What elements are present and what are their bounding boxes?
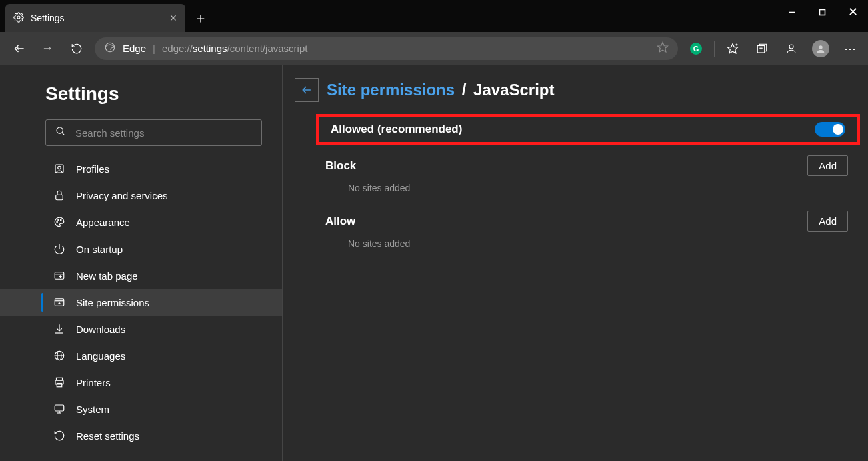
sidebar-item-label: Privacy and services [76, 190, 168, 201]
profile-icon-2[interactable] [780, 37, 803, 60]
tab-title: Settings [31, 13, 65, 23]
maximize-button[interactable] [807, 0, 837, 24]
globe-icon [53, 350, 65, 362]
svg-line-15 [62, 133, 64, 135]
power-icon [53, 243, 65, 255]
reset-icon [53, 430, 65, 442]
breadcrumb-parent-link[interactable]: Site permissions [327, 81, 455, 99]
svg-point-20 [58, 219, 59, 221]
tab-bar: Settings ✕ ＋ ✕ [0, 0, 868, 32]
printer-icon [53, 376, 65, 388]
refresh-button[interactable] [65, 37, 88, 60]
settings-search[interactable] [45, 119, 262, 146]
sidebar-item-label: Profiles [76, 163, 109, 175]
window-controls: ✕ [776, 0, 868, 24]
forward-button[interactable]: → [36, 37, 59, 60]
svg-point-13 [819, 45, 822, 49]
sidebar-item-globe[interactable]: Languages [0, 342, 282, 369]
section-header-block: BlockAdd [325, 155, 848, 176]
sidebar-item-label: On startup [76, 244, 123, 255]
breadcrumb-row: Site permissions / JavaScript [283, 78, 868, 102]
allowed-toggle-row: Allowed (recommended) [316, 114, 860, 145]
settings-nav: ProfilesPrivacy and servicesAppearanceOn… [0, 155, 282, 449]
sidebar-item-printer[interactable]: Printers [0, 369, 282, 396]
browser-tab[interactable]: Settings ✕ [5, 4, 185, 32]
svg-rect-38 [57, 384, 62, 387]
sidebar-item-label: Reset settings [76, 430, 139, 442]
svg-rect-2 [819, 9, 825, 15]
sidebar-item-download[interactable]: Downloads [0, 316, 282, 342]
settings-main: Site permissions / JavaScript Allowed (r… [283, 65, 868, 461]
sidebar-item-palette[interactable]: Appearance [0, 209, 282, 236]
close-window-button[interactable]: ✕ [837, 0, 868, 24]
address-separator: | [153, 43, 155, 54]
sidebar-item-label: Appearance [76, 217, 130, 228]
favorite-star-icon[interactable] [657, 41, 669, 55]
minimize-button[interactable] [776, 0, 807, 24]
svg-point-14 [57, 127, 63, 133]
system-icon [53, 403, 65, 415]
svg-rect-23 [55, 272, 64, 280]
svg-point-0 [17, 16, 20, 19]
svg-rect-18 [56, 195, 63, 200]
add-site-button-block[interactable]: Add [807, 155, 848, 176]
allowed-toggle[interactable] [815, 122, 845, 137]
breadcrumb-current: JavaScript [473, 81, 554, 99]
sidebar-item-label: System [76, 404, 109, 415]
section-header-allow: AllowAdd [325, 211, 848, 232]
extension-grammarly[interactable]: G [685, 37, 707, 60]
sidebar-item-power[interactable]: On startup [0, 236, 282, 262]
sidebar-item-label: Printers [76, 377, 111, 388]
sidebar-item-reset[interactable]: Reset settings [0, 422, 282, 449]
address-bar[interactable]: Edge | edge://settings/content/javascrip… [95, 37, 678, 60]
favorites-button[interactable] [721, 37, 744, 60]
sidebar-item-profiles[interactable]: Profiles [0, 155, 282, 182]
profiles-icon [53, 163, 65, 175]
sidebar-item-system[interactable]: System [0, 396, 282, 422]
allowed-label: Allowed (recommended) [331, 123, 462, 136]
sidebar-item-label: New tab page [76, 270, 138, 282]
settings-search-input[interactable] [74, 127, 252, 139]
section-title: Block [325, 159, 356, 173]
section-empty-text: No sites added [348, 183, 868, 193]
lock-icon [53, 189, 65, 201]
back-button[interactable]: ← [7, 37, 29, 60]
sidebar-item-label: Languages [76, 350, 125, 362]
svg-point-19 [57, 221, 58, 223]
content-area: Settings ProfilesPrivacy and servicesApp… [0, 65, 868, 461]
profile-avatar[interactable] [809, 37, 832, 60]
newtab-icon [53, 270, 65, 282]
gear-icon [13, 12, 24, 25]
section-title: Allow [325, 215, 355, 228]
more-menu-button[interactable]: ⋯ [839, 37, 861, 60]
svg-marker-6 [728, 43, 738, 53]
sidebar-item-label: Downloads [76, 324, 125, 335]
add-site-button-allow[interactable]: Add [807, 211, 848, 232]
sidebar-item-label: Site permissions [76, 297, 149, 308]
svg-point-17 [58, 166, 61, 169]
svg-marker-5 [658, 43, 668, 52]
toolbar-divider [714, 41, 715, 57]
collections-button[interactable] [751, 37, 773, 60]
sidebar-item-perm[interactable]: Site permissions [0, 289, 282, 316]
toolbar: ← → Edge | edge://settings/content/javas… [0, 32, 868, 65]
search-icon [55, 126, 66, 139]
breadcrumb: Site permissions / JavaScript [327, 81, 555, 99]
perm-icon [53, 296, 65, 308]
svg-rect-39 [55, 405, 64, 411]
svg-point-21 [61, 219, 62, 221]
breadcrumb-back-button[interactable] [295, 78, 319, 102]
download-icon [53, 323, 65, 335]
sidebar-item-lock[interactable]: Privacy and services [0, 182, 282, 209]
settings-heading: Settings [45, 83, 282, 105]
address-url: edge://settings/content/javascript [162, 43, 307, 54]
settings-sidebar: Settings ProfilesPrivacy and servicesApp… [0, 65, 283, 461]
palette-icon [53, 216, 65, 228]
svg-point-12 [789, 45, 793, 49]
new-tab-button[interactable]: ＋ [189, 7, 212, 29]
address-label: Edge [123, 43, 146, 54]
edge-logo-icon [104, 41, 116, 55]
sidebar-item-newtab[interactable]: New tab page [0, 262, 282, 289]
section-empty-text: No sites added [348, 238, 868, 249]
close-tab-icon[interactable]: ✕ [169, 13, 177, 23]
